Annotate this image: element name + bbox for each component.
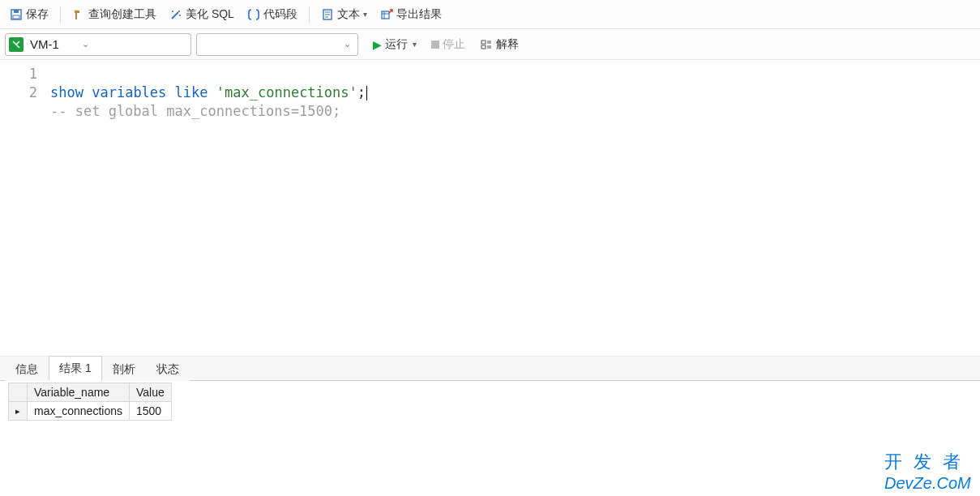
sql-comment: -- set global max_connections=1500; <box>50 103 340 119</box>
cell-variable-name[interactable]: max_connections <box>28 402 130 421</box>
export-label: 导出结果 <box>396 7 442 22</box>
text-button[interactable]: 文本 ▾ <box>316 4 372 25</box>
beautify-label: 美化 SQL <box>186 7 234 22</box>
line-number: 1 <box>0 65 37 83</box>
connection-name: VM-1 <box>27 37 75 51</box>
sql-punct: ; <box>357 84 366 100</box>
line-number: 2 <box>0 83 37 102</box>
tab-result-1[interactable]: 结果 1 <box>49 356 102 381</box>
connection-select[interactable]: VM-1 ⌄ <box>5 33 191 56</box>
snippet-button[interactable]: 代码段 <box>242 4 302 25</box>
tab-profile[interactable]: 剖析 <box>102 357 146 381</box>
svg-point-5 <box>179 15 181 16</box>
explain-icon <box>480 38 493 51</box>
dropdown-icon: ▾ <box>363 10 367 19</box>
schema-select[interactable]: ⌄ <box>196 33 358 56</box>
play-icon: ▶ <box>373 38 382 51</box>
svg-rect-14 <box>481 45 486 49</box>
tab-info[interactable]: 信息 <box>5 357 49 381</box>
save-button[interactable]: 保存 <box>5 4 53 25</box>
connection-bar: VM-1 ⌄ ⌄ ▶ 运行 ▾ 停止 解释 <box>0 29 980 60</box>
sql-editor[interactable]: 1 2 show variables like 'max_connections… <box>0 60 980 357</box>
wand-icon <box>169 8 182 21</box>
main-toolbar: 保存 查询创建工具 美化 SQL 代码段 文本 ▾ 导出结果 <box>0 0 980 29</box>
explain-label: 解释 <box>496 37 519 52</box>
export-icon <box>380 8 393 21</box>
column-header[interactable]: Value <box>129 383 171 402</box>
export-button[interactable]: 导出结果 <box>375 4 447 25</box>
query-builder-button[interactable]: 查询创建工具 <box>67 4 161 25</box>
row-marker: ▸ <box>9 402 28 421</box>
hammer-icon <box>72 8 85 21</box>
table-row[interactable]: ▸ max_connections 1500 <box>9 402 172 421</box>
separator <box>309 6 310 23</box>
text-label: 文本 <box>337 7 360 22</box>
sql-string: 'max_connections' <box>216 84 357 100</box>
svg-rect-1 <box>14 10 19 13</box>
watermark: 开发者 DevZe.CoM <box>884 450 972 493</box>
tab-status[interactable]: 状态 <box>146 357 190 381</box>
result-grid-panel: Variable_name Value ▸ max_connections 15… <box>0 381 980 421</box>
watermark-line1: 开发者 <box>884 450 972 474</box>
separator <box>60 6 61 23</box>
svg-rect-13 <box>481 41 486 44</box>
svg-point-4 <box>172 11 173 12</box>
stop-button: 停止 <box>426 34 470 55</box>
result-tabs: 信息 结果 1 剖析 状态 <box>0 357 980 381</box>
sql-keyword: like <box>175 84 208 100</box>
cell-value[interactable]: 1500 <box>129 402 171 421</box>
explain-button[interactable]: 解释 <box>475 34 524 55</box>
dropdown-icon: ▾ <box>413 40 417 49</box>
column-header[interactable]: Variable_name <box>28 383 130 402</box>
result-grid[interactable]: Variable_name Value ▸ max_connections 15… <box>8 383 172 421</box>
beautify-button[interactable]: 美化 SQL <box>165 4 239 25</box>
chevron-down-icon: ⌄ <box>79 39 92 49</box>
query-builder-label: 查询创建工具 <box>88 7 156 22</box>
database-icon <box>9 37 24 52</box>
svg-point-3 <box>178 11 180 12</box>
stop-icon <box>431 41 439 49</box>
sql-keyword: variables <box>92 84 166 100</box>
grid-header-row: Variable_name Value <box>9 383 172 402</box>
line-gutter: 1 2 <box>0 60 45 356</box>
text-cursor <box>366 86 367 100</box>
svg-rect-10 <box>382 11 389 19</box>
chevron-down-icon: ⌄ <box>340 39 354 49</box>
run-button[interactable]: ▶ 运行 ▾ <box>368 34 422 55</box>
sql-keyword: show <box>50 84 83 100</box>
run-label: 运行 <box>385 37 408 52</box>
snippet-label: 代码段 <box>263 7 297 22</box>
stop-label: 停止 <box>443 37 465 52</box>
save-icon <box>10 8 23 21</box>
document-icon <box>321 8 334 21</box>
brackets-icon <box>247 8 260 21</box>
save-label: 保存 <box>26 7 49 22</box>
svg-rect-2 <box>13 15 19 19</box>
watermark-line2: DevZe.CoM <box>884 474 972 493</box>
row-marker-header <box>9 383 28 402</box>
code-area[interactable]: show variables like 'max_connections'; -… <box>45 60 980 356</box>
